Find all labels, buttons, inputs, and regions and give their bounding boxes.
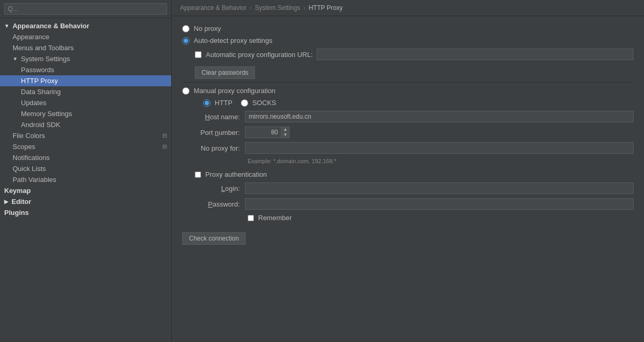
socks-label[interactable]: SOCKS xyxy=(252,99,276,107)
search-bar xyxy=(0,0,171,18)
sidebar-item-updates[interactable]: Updates xyxy=(0,97,171,108)
socks-type-row: SOCKS xyxy=(241,99,276,107)
no-proxy-for-label: No proxy for: xyxy=(182,144,240,152)
no-proxy-label[interactable]: No proxy xyxy=(194,25,221,32)
http-label[interactable]: HTTP xyxy=(215,99,232,107)
port-spinner: ▲ ▼ xyxy=(282,127,290,138)
file-colors-icon: ⊟ xyxy=(162,132,167,139)
auto-config-label[interactable]: Automatic proxy configuration URL: xyxy=(206,51,313,59)
remember-label[interactable]: Remember xyxy=(258,214,292,222)
check-connection-section: Check connection xyxy=(182,232,634,245)
login-row: Login: xyxy=(182,183,634,194)
host-name-input[interactable] xyxy=(245,111,634,122)
auto-detect-radio[interactable] xyxy=(182,37,190,44)
expand-arrow-system: ▼ xyxy=(13,56,18,62)
sidebar-item-scopes[interactable]: Scopes ⊟ xyxy=(0,141,171,152)
clear-passwords-section: Clear passwords xyxy=(195,66,634,79)
sidebar-item-memory-settings[interactable]: Memory Settings xyxy=(0,108,171,119)
socks-radio[interactable] xyxy=(241,99,248,107)
password-label: Password: xyxy=(182,200,240,208)
content-body: No proxy Auto-detect proxy settings Auto… xyxy=(172,16,644,342)
password-row: Password: xyxy=(182,198,634,210)
sidebar-item-notifications[interactable]: Notifications xyxy=(0,152,171,163)
nav-tree: ▼ Appearance & Behavior Appearance Menus… xyxy=(0,18,171,342)
expand-arrow: ▼ xyxy=(4,23,9,29)
auto-config-url-row: Automatic proxy configuration URL: xyxy=(195,49,634,60)
sidebar-item-http-proxy[interactable]: HTTP Proxy xyxy=(0,75,171,86)
auto-config-url-input[interactable] xyxy=(317,49,634,60)
breadcrumb: Appearance & Behavior › System Settings … xyxy=(172,0,644,16)
content-area: Appearance & Behavior › System Settings … xyxy=(172,0,644,342)
sidebar-item-system-settings[interactable]: ▼ System Settings xyxy=(0,53,171,64)
sidebar: ▼ Appearance & Behavior Appearance Menus… xyxy=(0,0,172,342)
host-name-row: Host name: xyxy=(182,111,634,122)
sidebar-item-appearance-behavior[interactable]: ▼ Appearance & Behavior xyxy=(0,20,171,31)
sidebar-item-keymap[interactable]: Keymap xyxy=(0,185,171,196)
check-connection-button[interactable]: Check connection xyxy=(182,232,246,245)
sidebar-item-quick-lists[interactable]: Quick Lists xyxy=(0,163,171,174)
no-proxy-for-input[interactable] xyxy=(245,142,634,154)
sidebar-item-passwords[interactable]: Passwords xyxy=(0,64,171,75)
sidebar-item-file-colors[interactable]: File Colors ⊟ xyxy=(0,130,171,141)
auto-detect-row: Auto-detect proxy settings xyxy=(182,37,634,44)
sidebar-item-editor[interactable]: ▶ Editor xyxy=(0,196,171,207)
http-type-row: HTTP xyxy=(203,99,232,107)
sidebar-item-plugins[interactable]: Plugins xyxy=(0,207,171,218)
auto-config-checkbox[interactable] xyxy=(195,51,202,58)
breadcrumb-part1: Appearance & Behavior xyxy=(180,4,247,12)
expand-arrow-editor: ▶ xyxy=(4,199,8,204)
manual-proxy-row: Manual proxy configuration xyxy=(182,87,634,95)
scopes-icon: ⊟ xyxy=(162,143,167,150)
sidebar-item-path-variables[interactable]: Path Variables xyxy=(0,174,171,185)
search-input[interactable] xyxy=(4,3,167,15)
breadcrumb-part2: System Settings xyxy=(255,4,301,12)
no-proxy-for-row: No proxy for: xyxy=(182,142,634,154)
sidebar-item-android-sdk[interactable]: Android SDK xyxy=(0,119,171,130)
port-down-button[interactable]: ▼ xyxy=(282,132,289,138)
sidebar-item-data-sharing[interactable]: Data Sharing xyxy=(0,86,171,97)
login-input[interactable] xyxy=(245,183,634,194)
breadcrumb-sep1: › xyxy=(250,4,252,12)
proxy-auth-checkbox[interactable] xyxy=(195,172,201,178)
port-up-button[interactable]: ▲ xyxy=(282,127,289,132)
password-input[interactable] xyxy=(245,198,634,210)
port-number-label: Port number: xyxy=(182,129,240,136)
port-number-row: Port number: ▲ ▼ xyxy=(182,127,634,138)
proxy-type-row: HTTP SOCKS xyxy=(203,99,634,107)
breadcrumb-sep2: › xyxy=(303,4,305,12)
http-radio[interactable] xyxy=(203,99,210,107)
example-text: Example: *.domain.com, 192.168.* xyxy=(248,158,634,164)
breadcrumb-part3: HTTP Proxy xyxy=(308,4,342,12)
sidebar-item-menus-toolbars[interactable]: Menus and Toolbars xyxy=(0,42,171,53)
sidebar-item-appearance[interactable]: Appearance xyxy=(0,31,171,42)
no-proxy-radio[interactable] xyxy=(182,25,190,32)
remember-row: Remember xyxy=(248,214,634,222)
host-name-label: Host name: xyxy=(182,113,240,121)
manual-proxy-radio[interactable] xyxy=(182,87,190,95)
clear-passwords-button[interactable]: Clear passwords xyxy=(195,66,255,79)
proxy-auth-row: Proxy authentication xyxy=(195,170,634,178)
login-label: Login: xyxy=(182,185,240,192)
proxy-auth-label[interactable]: Proxy authentication xyxy=(205,170,267,178)
manual-proxy-label[interactable]: Manual proxy configuration xyxy=(194,87,275,95)
no-proxy-row: No proxy xyxy=(182,25,634,32)
auto-detect-label[interactable]: Auto-detect proxy settings xyxy=(194,37,272,44)
port-input[interactable] xyxy=(245,127,282,138)
remember-checkbox[interactable] xyxy=(248,215,254,221)
port-input-wrap: ▲ ▼ xyxy=(245,127,290,138)
